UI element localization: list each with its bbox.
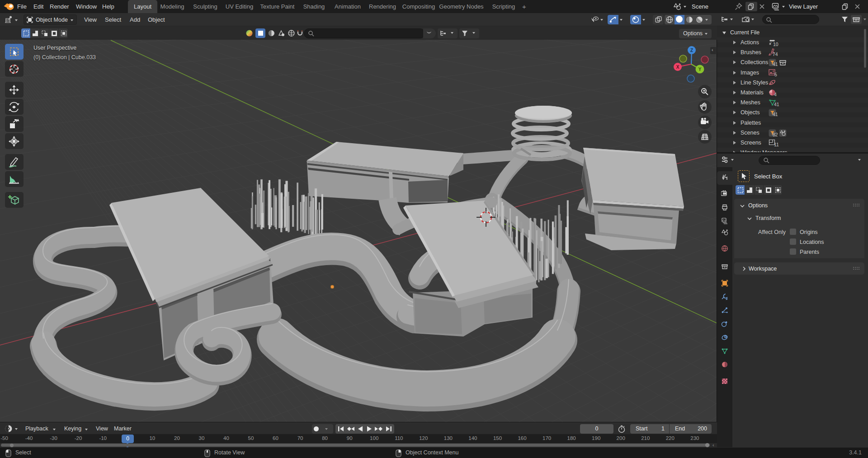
svg-text:Y: Y xyxy=(698,67,702,72)
svg-text:Z: Z xyxy=(690,48,693,53)
svg-text:X: X xyxy=(676,65,679,70)
